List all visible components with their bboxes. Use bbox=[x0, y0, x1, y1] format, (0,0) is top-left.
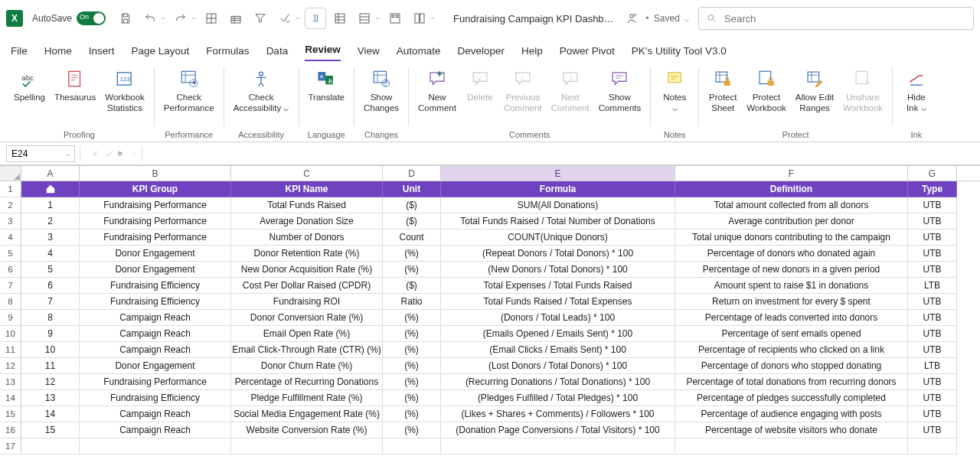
cell[interactable]: (%) bbox=[383, 390, 441, 406]
qat-icon-2[interactable] bbox=[225, 8, 247, 29]
cell[interactable]: (%) bbox=[383, 342, 441, 358]
cell[interactable]: Donor Engagement bbox=[80, 246, 231, 262]
spelling-button[interactable]: abcSpelling bbox=[9, 64, 50, 103]
cell[interactable]: UTB bbox=[908, 230, 957, 246]
cell[interactable]: UTB bbox=[908, 197, 957, 213]
cell[interactable] bbox=[908, 438, 957, 454]
tab-developer[interactable]: Developer bbox=[458, 45, 505, 61]
cell[interactable]: Fundraising Efficiency bbox=[80, 390, 231, 406]
cell[interactable]: (%) bbox=[383, 422, 441, 438]
redo-dropdown-icon[interactable] bbox=[190, 8, 198, 29]
row-header[interactable]: 11 bbox=[0, 342, 21, 358]
qat-dropdown-icon[interactable] bbox=[294, 8, 302, 29]
tab-review[interactable]: Review bbox=[305, 44, 341, 61]
column-header-D[interactable]: D bbox=[383, 166, 441, 181]
column-header-B[interactable]: B bbox=[80, 166, 231, 181]
cell[interactable]: Formula bbox=[441, 181, 675, 197]
cell[interactable]: Total Expenses / Total Funds Raised bbox=[441, 278, 675, 294]
cell[interactable]: (Lost Donors / Total Donors) * 100 bbox=[441, 358, 675, 374]
row-header[interactable]: 10 bbox=[0, 326, 21, 342]
row-header[interactable]: 4 bbox=[0, 230, 21, 246]
cell[interactable]: UTB bbox=[908, 262, 957, 278]
qat-icon-3[interactable] bbox=[250, 8, 271, 29]
tab-file[interactable]: File bbox=[11, 45, 28, 61]
cell[interactable]: (Likes + Shares + Comments) / Followers … bbox=[441, 406, 675, 422]
cell[interactable]: 13 bbox=[21, 390, 80, 406]
protect-sheet-button[interactable]: Protect Sheet bbox=[704, 64, 742, 114]
share-icon[interactable] bbox=[625, 11, 639, 25]
cell[interactable]: Amount spent to raise $1 in donations bbox=[675, 278, 908, 294]
cell[interactable]: 1 bbox=[21, 197, 80, 213]
tab-automate[interactable]: Automate bbox=[397, 45, 441, 61]
cell[interactable]: Percentage of recipients who clicked on … bbox=[675, 342, 908, 358]
cell[interactable]: Website Conversion Rate (%) bbox=[231, 422, 383, 438]
cell[interactable]: (Donation Page Conversions / Total Visit… bbox=[441, 422, 675, 438]
cell[interactable]: 5 bbox=[21, 262, 80, 278]
cell[interactable]: ($) bbox=[383, 278, 441, 294]
tab-insert[interactable]: Insert bbox=[89, 45, 115, 61]
search-box[interactable] bbox=[698, 7, 974, 30]
cell[interactable]: 6 bbox=[21, 278, 80, 294]
cell[interactable] bbox=[231, 438, 383, 454]
cell[interactable]: Donor Conversion Rate (%) bbox=[231, 310, 383, 326]
cell[interactable]: LTB bbox=[908, 358, 957, 374]
cell[interactable]: Campaign Reach bbox=[80, 406, 231, 422]
cell[interactable]: (%) bbox=[383, 326, 441, 342]
hide-ink-button[interactable]: Hide Ink ⌵ bbox=[897, 64, 936, 114]
cell[interactable]: ($) bbox=[383, 213, 441, 230]
cell[interactable]: Pledge Fulfillment Rate (%) bbox=[231, 390, 383, 406]
qat-icon-4[interactable] bbox=[274, 8, 296, 29]
cell[interactable]: KPI Name bbox=[231, 181, 383, 197]
cell[interactable]: Fundraising Efficiency bbox=[80, 294, 231, 310]
cell[interactable]: Percentage of donors who stopped donatin… bbox=[675, 358, 908, 374]
cell[interactable]: (%) bbox=[383, 374, 441, 390]
cell[interactable]: UTB bbox=[908, 326, 957, 342]
cell[interactable] bbox=[21, 181, 80, 197]
row-header[interactable]: 9 bbox=[0, 310, 21, 326]
cell[interactable]: Percentage of leads converted into donor… bbox=[675, 310, 908, 326]
cell[interactable]: 4 bbox=[21, 246, 80, 262]
cell[interactable]: Campaign Reach bbox=[80, 342, 231, 358]
cell[interactable]: Return on investment for every $ spent bbox=[675, 294, 908, 310]
column-header-F[interactable]: F bbox=[675, 166, 908, 181]
cell[interactable]: Percentage of total donations from recur… bbox=[675, 374, 908, 390]
cell[interactable] bbox=[80, 438, 231, 454]
cell[interactable]: (Email Clicks / Emails Sent) * 100 bbox=[441, 342, 675, 358]
cell[interactable]: KPI Group bbox=[80, 181, 231, 197]
cell[interactable]: (%) bbox=[383, 406, 441, 422]
cell[interactable]: (%) bbox=[383, 246, 441, 262]
cell[interactable]: Average Donation Size bbox=[231, 213, 383, 230]
show-comments-button[interactable]: Show Comments bbox=[594, 64, 646, 114]
show-changes-button[interactable]: Show Changes bbox=[359, 64, 403, 114]
cell[interactable]: Total unique donors contributing to the … bbox=[675, 230, 908, 246]
cell[interactable]: (New Donors / Total Donors) * 100 bbox=[441, 262, 675, 278]
cell[interactable]: Campaign Reach bbox=[80, 422, 231, 438]
tab-power-pivot[interactable]: Power Pivot bbox=[560, 45, 615, 61]
tab-help[interactable]: Help bbox=[521, 45, 543, 61]
undo-icon[interactable] bbox=[139, 8, 161, 29]
cell[interactable]: UTB bbox=[908, 374, 957, 390]
cell[interactable]: Definition bbox=[675, 181, 908, 197]
row-header[interactable]: 15 bbox=[0, 406, 21, 422]
cell[interactable]: Total amount collected from all donors bbox=[675, 197, 908, 213]
cell[interactable]: Unit bbox=[383, 181, 441, 197]
qat-icon-9[interactable] bbox=[409, 8, 430, 29]
cell[interactable]: 7 bbox=[21, 294, 80, 310]
cell[interactable]: UTB bbox=[908, 422, 957, 438]
cell[interactable]: (%) bbox=[383, 358, 441, 374]
column-header-E[interactable]: E bbox=[441, 166, 675, 181]
cell[interactable]: Donor Churn Rate (%) bbox=[231, 358, 383, 374]
tab-page-layout[interactable]: Page Layout bbox=[132, 45, 190, 61]
allow-edit-ranges-button[interactable]: Allow Edit Ranges bbox=[791, 64, 839, 114]
autosave-toggle[interactable]: On bbox=[77, 11, 106, 25]
cell[interactable]: (Repeat Donors / Total Donors) * 100 bbox=[441, 246, 675, 262]
column-header-G[interactable]: G bbox=[908, 166, 957, 181]
workbook-stats-button[interactable]: 123Workbook Statistics bbox=[100, 64, 149, 114]
cell[interactable]: COUNT(Unique Donors) bbox=[441, 230, 675, 246]
cell[interactable]: 14 bbox=[21, 406, 80, 422]
cell[interactable]: (Pledges Fulfilled / Total Pledges) * 10… bbox=[441, 390, 675, 406]
cell[interactable]: 15 bbox=[21, 422, 80, 438]
row-header[interactable]: 3 bbox=[0, 213, 21, 230]
cell[interactable]: Donor Engagement bbox=[80, 262, 231, 278]
row-header[interactable]: 14 bbox=[0, 390, 21, 406]
